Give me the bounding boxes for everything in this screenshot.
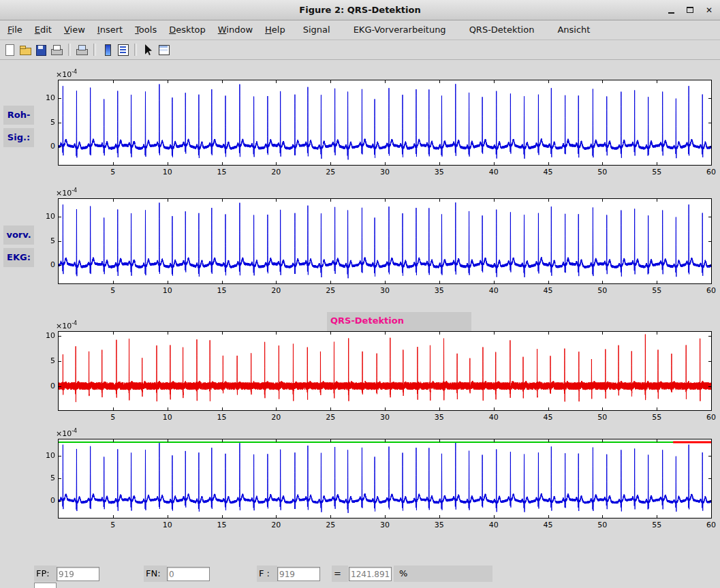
x-tick-label: 60	[703, 521, 719, 529]
x-tick-label: 35	[431, 168, 448, 176]
f-field[interactable]	[277, 567, 320, 581]
x-tick-label: 25	[322, 413, 339, 422]
menu-item-insert[interactable]: Insert	[91, 20, 129, 40]
x-tick-label: 50	[594, 413, 610, 422]
y-tick-label: 5	[35, 474, 55, 482]
x-tick-label: 25	[322, 168, 339, 176]
fn-label: FN:	[144, 566, 167, 582]
plot-qrs-detection: 510152025303540455055600510×10-4	[58, 331, 712, 411]
equals-label: =	[332, 566, 348, 582]
fp-field[interactable]	[57, 567, 99, 581]
percent-label: %	[394, 566, 492, 582]
maximize-button[interactable]	[685, 5, 695, 16]
fp-label: FP:	[34, 566, 57, 582]
preprocessed-label-line1: vorv.	[3, 226, 34, 245]
print-preview-icon[interactable]	[75, 43, 89, 57]
menu-item-help[interactable]: Help	[259, 20, 292, 40]
menu-item-edit[interactable]: Edit	[29, 20, 58, 40]
toolbar-separator	[93, 44, 96, 56]
menu-item-signal[interactable]: Signal	[292, 20, 342, 40]
x-tick-label: 5	[105, 286, 121, 295]
y-tick-label: 10	[35, 212, 55, 221]
x-tick-label: 20	[268, 286, 284, 295]
x-tick-label: 30	[377, 521, 393, 529]
axes-preprocessed-ekg	[58, 198, 712, 284]
x-tick-label: 45	[540, 521, 557, 529]
x-tick-label: 60	[703, 413, 719, 422]
figure-window: Figure 2: QRS-Detektion ✕ FileEditViewIn…	[0, 0, 720, 588]
maximize-icon	[687, 7, 693, 13]
legend-icon[interactable]	[116, 43, 130, 57]
menu-item-view[interactable]: View	[58, 20, 91, 40]
plot-preprocessed-ekg: 510152025303540455055600510×10-4	[58, 198, 712, 284]
x-tick-label: 35	[431, 413, 448, 422]
toolbar-separator	[68, 44, 71, 56]
window-controls: ✕	[666, 0, 715, 20]
menu-item-tools[interactable]: Tools	[129, 20, 163, 40]
x-tick-label: 50	[594, 286, 610, 295]
y-axis-exponent-label: ×10-4	[56, 320, 77, 330]
x-tick-label: 60	[703, 286, 719, 295]
preprocessed-label-line2: EKG:	[3, 248, 34, 267]
menu-bar: FileEditViewInsertToolsDesktopWindowHelp…	[0, 20, 720, 40]
x-tick-label: 35	[431, 286, 448, 295]
x-tick-label: 15	[214, 168, 230, 176]
plot-canvas-detected	[59, 439, 711, 518]
x-tick-label: 15	[214, 521, 230, 529]
colorbar-icon[interactable]	[100, 43, 114, 57]
x-tick-label: 40	[486, 286, 502, 295]
axes-detected-beats	[58, 439, 712, 519]
menu-item-window[interactable]: Window	[212, 20, 259, 40]
plot-canvas-raw	[59, 80, 711, 165]
y-tick-label: 5	[35, 356, 55, 365]
y-tick-label: 5	[35, 118, 55, 127]
x-tick-label: 20	[268, 521, 284, 529]
qrs-plot-title: QRS-Detektion	[327, 312, 471, 331]
menu-item-file[interactable]: File	[1, 20, 29, 40]
menu-item-qrs-detektion[interactable]: QRS-Detektion	[458, 20, 546, 40]
fn-field[interactable]	[167, 567, 210, 581]
f-label: F :	[257, 566, 277, 582]
x-tick-label: 25	[322, 286, 339, 295]
y-axis-exponent-label: ×10-4	[56, 69, 77, 79]
y-tick-label: 10	[35, 451, 55, 460]
x-tick-label: 45	[540, 413, 557, 422]
y-tick-label: 0	[35, 496, 55, 505]
x-tick-label: 60	[703, 168, 719, 176]
minimize-button[interactable]	[666, 5, 676, 16]
open-folder-icon[interactable]	[18, 43, 33, 57]
x-tick-label: 20	[268, 413, 284, 422]
x-tick-label: 55	[648, 168, 665, 176]
y-tick-label: 0	[35, 260, 55, 269]
x-tick-label: 5	[105, 521, 121, 529]
x-tick-label: 40	[486, 521, 502, 529]
x-tick-label: 40	[486, 413, 502, 422]
insert-table-icon[interactable]	[157, 43, 171, 57]
ratio-field[interactable]	[349, 567, 392, 581]
raw-signal-label-line1: Roh-	[3, 106, 34, 125]
axes-raw-signal	[58, 80, 712, 166]
x-tick-label: 15	[214, 286, 230, 295]
y-tick-label: 10	[35, 331, 55, 340]
menu-item-ansicht[interactable]: Ansicht	[546, 20, 601, 40]
qrs-plot-title-text: QRS-Detektion	[327, 312, 471, 326]
menu-item-desktop[interactable]: Desktop	[163, 20, 212, 40]
axes-qrs-detection	[58, 331, 712, 411]
edit-plot-pointer-icon[interactable]	[141, 43, 155, 57]
save-icon[interactable]	[34, 43, 48, 57]
plot-canvas-qrs	[59, 332, 711, 410]
print-icon[interactable]	[50, 43, 64, 57]
minimize-icon	[668, 12, 674, 14]
menu-item-ekg-vorverarbeitung[interactable]: EKG-Vorverarbeitung	[342, 20, 458, 40]
new-file-icon[interactable]	[3, 43, 17, 57]
close-button[interactable]: ✕	[704, 5, 715, 16]
y-tick-label: 10	[35, 93, 55, 102]
title-bar[interactable]: Figure 2: QRS-Detektion ✕	[0, 0, 720, 20]
x-tick-label: 30	[377, 168, 393, 176]
x-tick-label: 50	[594, 168, 610, 176]
plot-raw-signal: 510152025303540455055600510×10-4	[58, 80, 712, 166]
cutoff-edit-field[interactable]	[34, 583, 57, 588]
x-tick-label: 10	[159, 286, 176, 295]
x-tick-label: 10	[159, 413, 176, 422]
x-tick-label: 30	[377, 286, 393, 295]
